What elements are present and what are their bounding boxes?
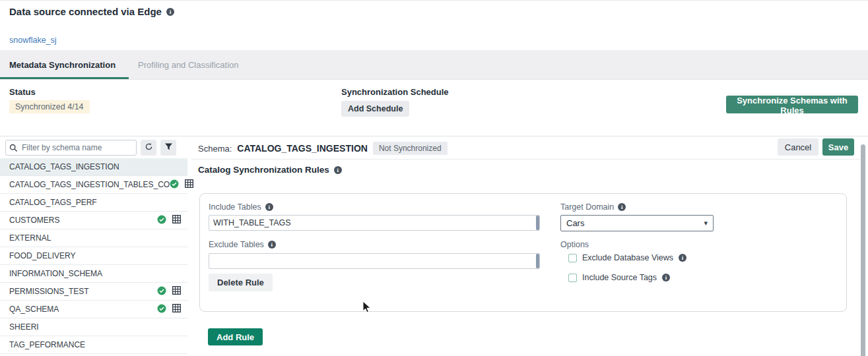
add-schedule-button[interactable]: Add Schedule [341,101,409,117]
schema-list: CATALOG_TAGS_INGESTION CATALOG_TAGS_INGE… [0,158,187,356]
synced-check-icon [157,304,166,315]
refresh-schemas-button[interactable] [141,140,156,156]
schema-row-information-schema[interactable]: INFORMATION_SCHEMA [0,265,187,283]
schema-header: Schema: CATALOG_TAGS_INGESTION Not Synch… [198,142,448,155]
schema-row-icons [157,304,181,315]
search-icon [9,143,18,155]
tab-strip: Metadata Synchronization Profiling and C… [0,50,868,80]
schema-row-external[interactable]: EXTERNAL [0,229,187,247]
rules-heading-text: Catalog Synchronization Rules [198,165,329,175]
include-tables-input[interactable] [209,215,540,231]
schema-row-qa-schema[interactable]: QA_SCHEMA [0,301,187,318]
info-icon[interactable]: i [265,203,273,211]
table-grid-icon [172,215,181,225]
schema-row-icons [157,215,181,226]
table-grid-icon [172,304,181,314]
input-scrollbar-thumb[interactable] [536,254,539,268]
checkbox-label: Exclude Database Views [582,253,673,262]
target-domain-value: Cars [566,218,584,228]
save-button[interactable]: Save [822,138,854,156]
input-scrollbar-thumb[interactable] [536,216,539,230]
schema-row-tag-peformance[interactable]: TAG_PEFORMANCE [0,336,187,354]
synced-check-icon [157,215,166,226]
schema-row-sheeri[interactable]: SHEERI [0,318,187,336]
exclude-tables-label-text: Exclude Tables [209,240,264,249]
sync-rule-card: Include Tables i Exclude Tables i Delete… [199,193,847,312]
info-icon[interactable]: i [166,8,174,16]
schema-row-customers[interactable]: CUSTOMERS [0,212,187,229]
datasource-settings-page: Data source connected via Edge i snowfla… [0,0,868,356]
include-tables-label: Include Tables i [209,202,273,212]
table-grid-icon [185,179,193,190]
schema-row-icons [170,179,193,191]
info-icon[interactable]: i [334,166,342,174]
target-domain-label: Target Domain i [560,202,626,212]
sync-status-badge: Not Synchronized [373,142,448,155]
schema-header-divider [191,159,860,160]
include-tables-wrap [209,215,540,231]
exclude-tables-input[interactable] [209,253,540,269]
target-domain-label-text: Target Domain [560,202,614,212]
schema-row-food-delivery[interactable]: FOOD_DELIVERY [0,247,187,265]
schema-filter-wrap [5,140,137,156]
schema-name-label: CATALOG_TAGS_INGESTION_TABLES_CO [9,180,170,189]
schema-name-label: CUSTOMERS [9,216,59,225]
schema-name-label: EXTERNAL [9,233,51,243]
include-tables-label-text: Include Tables [209,202,261,212]
exclude-tables-label: Exclude Tables i [209,240,276,249]
chevron-down-icon: ▾ [704,219,708,227]
synchronize-schemas-button[interactable]: Synchronize Schemas with Rules [726,96,858,113]
vertical-scrollbar[interactable] [861,144,865,356]
include-source-tags-option: Include Source Tags i [568,273,670,282]
schema-label: Schema: [198,144,232,154]
exclude-database-views-checkbox[interactable] [568,254,577,262]
schema-name-label: CATALOG_TAGS_INGESTION [9,162,119,171]
page-title-text: Data source connected via Edge [9,6,162,17]
schema-row-catalog-tags-ingestion[interactable]: CATALOG_TAGS_INGESTION [0,158,187,176]
table-grid-icon [172,286,181,297]
schema-row-icons [157,286,181,297]
filter-schemas-button[interactable] [160,140,176,156]
tab-profiling-classification[interactable]: Profiling and Classification [129,50,251,79]
add-rule-button[interactable]: Add Rule [208,328,263,345]
tab-label: Metadata Synchronization [9,60,116,70]
tab-label: Profiling and Classification [138,60,238,70]
checkbox-label: Include Source Tags [582,273,657,282]
info-icon[interactable]: i [679,254,686,262]
schema-sidebar: CATALOG_TAGS_INGESTION CATALOG_TAGS_INGE… [0,136,187,356]
schema-filter-row [5,140,176,156]
schema-name-label: FOOD_DELIVERY [9,251,75,260]
schema-filter-input[interactable] [5,140,137,156]
info-icon[interactable]: i [618,203,626,211]
exclude-tables-wrap [209,253,540,269]
refresh-icon [145,142,153,153]
info-icon[interactable]: i [268,241,276,249]
page-title: Data source connected via Edge i [9,6,174,17]
include-source-tags-checkbox[interactable] [568,274,577,282]
synced-check-icon [170,179,179,191]
info-icon[interactable]: i [662,274,670,282]
schema-name-label: QA_SCHEMA [9,305,59,314]
schema-name: CATALOG_TAGS_INGESTION [237,143,368,154]
schema-name-label: TAG_PEFORMANCE [9,340,85,349]
schema-name-label: SHEERI [9,322,39,332]
rules-heading: Catalog Synchronization Rules i [198,165,342,175]
delete-rule-button[interactable]: Delete Rule [209,274,273,291]
schema-name-label: INFORMATION_SCHEMA [9,269,102,278]
filter-icon [164,142,173,153]
status-heading: Status [9,87,36,97]
exclude-database-views-option: Exclude Database Views i [568,253,686,262]
tab-metadata-synchronization[interactable]: Metadata Synchronization [0,50,129,79]
schema-row-permissions-test[interactable]: PERMISSIONS_TEST [0,283,187,301]
schema-name-label: CATALOG_TAGS_PERF [9,198,97,207]
status-badge: Synchronized 4/14 [9,100,90,113]
schema-name-label: PERMISSIONS_TEST [9,287,89,296]
schema-row-catalog-tags-ingestion-tables-co[interactable]: CATALOG_TAGS_INGESTION_TABLES_CO [0,176,187,194]
schema-row-catalog-tags-perf[interactable]: CATALOG_TAGS_PERF [0,194,187,212]
target-domain-select[interactable]: Cars ▾ [560,215,714,231]
options-label: Options [560,240,589,249]
schedule-heading: Synchronization Schedule [341,87,449,97]
cancel-button[interactable]: Cancel [778,138,818,156]
datasource-link[interactable]: snowflake_sj [9,36,57,45]
synced-check-icon [157,286,166,297]
